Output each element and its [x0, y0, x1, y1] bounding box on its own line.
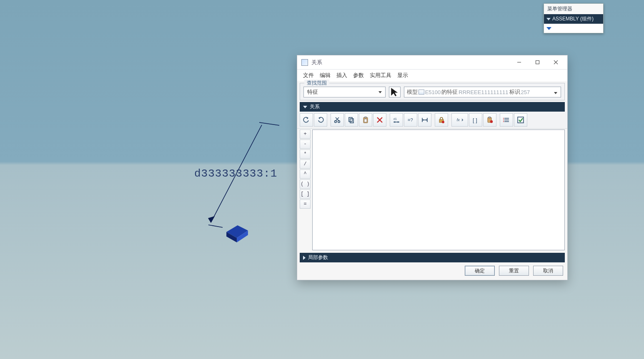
- svg-point-13: [335, 121, 337, 123]
- fx-button[interactable]: fx: [451, 113, 468, 127]
- menu-manager-title: 菜单管理器: [544, 4, 603, 14]
- relations-toolbar: d1 =? fx [ ]: [297, 112, 567, 129]
- chevron-down-icon: [552, 89, 559, 95]
- op-div[interactable]: /: [300, 160, 311, 169]
- svg-text:d1: d1: [393, 117, 397, 120]
- op-minus[interactable]: -: [300, 140, 311, 149]
- undo-button[interactable]: [300, 113, 313, 127]
- scope-mid: 的特征: [441, 88, 458, 96]
- menu-manager-header[interactable]: ASSEMBLY (组件): [544, 14, 603, 24]
- svg-line-3: [208, 225, 223, 227]
- operator-palette: + - * / ^ ( ) [ ] =: [300, 130, 311, 250]
- scope-gray1: E5100: [425, 89, 441, 95]
- minimize-button[interactable]: [510, 56, 528, 69]
- scope-prefix: 模型: [407, 88, 418, 96]
- svg-marker-1: [208, 217, 214, 222]
- maximize-button[interactable]: [528, 56, 546, 69]
- svg-text:[ ]: [ ]: [473, 117, 477, 123]
- reset-button[interactable]: 重置: [499, 266, 529, 276]
- chevron-down-icon: [546, 18, 551, 20]
- svg-rect-20: [365, 117, 366, 118]
- select-pointer-button[interactable]: [389, 87, 401, 97]
- scope-combo-value: 特征: [307, 88, 318, 96]
- dialog-title: 关系: [311, 59, 322, 66]
- svg-text:fx: fx: [457, 118, 460, 122]
- op-bracket[interactable]: [ ]: [300, 189, 311, 199]
- op-plus[interactable]: +: [300, 130, 311, 139]
- dimension-button[interactable]: [418, 113, 431, 127]
- dim-tool-button[interactable]: d1: [390, 113, 403, 127]
- clipboard-badge-button[interactable]: [483, 113, 496, 127]
- svg-line-2: [259, 122, 279, 125]
- menu-manager-row[interactable]: [544, 24, 603, 33]
- menubar: 文件 编辑 插入 参数 实用工具 显示: [297, 70, 567, 81]
- cancel-button[interactable]: 取消: [533, 266, 563, 276]
- svg-rect-46: [518, 117, 524, 123]
- svg-text:=?: =?: [408, 117, 413, 122]
- chevron-right-icon: [303, 256, 306, 260]
- scope-combo[interactable]: 特征: [303, 87, 386, 97]
- delete-button[interactable]: [373, 113, 386, 127]
- menu-manager-panel[interactable]: 菜单管理器 ASSEMBLY (组件): [544, 3, 604, 33]
- scope-legend: 查找范围: [304, 80, 329, 87]
- close-button[interactable]: [546, 56, 565, 69]
- menu-file[interactable]: 文件: [303, 72, 314, 79]
- svg-point-14: [338, 121, 340, 123]
- svg-point-43: [503, 118, 504, 119]
- check-button[interactable]: [514, 113, 527, 127]
- dimension-label: d333333333:1: [194, 167, 277, 180]
- copy-button[interactable]: [345, 113, 358, 127]
- scope-suffix: 标识: [509, 88, 520, 96]
- evaluate-button[interactable]: =?: [404, 113, 417, 127]
- menu-show[interactable]: 显示: [397, 72, 408, 79]
- titlebar[interactable]: 关系: [297, 55, 567, 70]
- op-paren[interactable]: ( ): [300, 180, 311, 189]
- menu-tools[interactable]: 实用工具: [370, 72, 391, 79]
- brackets-button[interactable]: [ ]: [469, 113, 482, 127]
- svg-rect-38: [489, 117, 491, 118]
- svg-point-44: [503, 120, 504, 120]
- svg-rect-18: [350, 119, 353, 123]
- scope-gray3: 257: [521, 89, 530, 95]
- svg-rect-8: [536, 61, 539, 64]
- cut-button[interactable]: [331, 113, 344, 127]
- scope-field[interactable]: 模型 E5100 的特征 RRREEE111111111 标识 257: [404, 87, 561, 97]
- svg-point-45: [503, 121, 504, 122]
- menu-insert[interactable]: 插入: [336, 72, 347, 79]
- model-icon: [418, 90, 424, 95]
- op-pow[interactable]: ^: [300, 170, 311, 179]
- svg-marker-25: [393, 121, 395, 123]
- lock-button[interactable]: [435, 113, 448, 127]
- svg-point-34: [442, 121, 444, 123]
- redo-button[interactable]: [314, 113, 327, 127]
- section-local-params-header[interactable]: 局部参数: [300, 253, 565, 262]
- menu-params[interactable]: 参数: [353, 72, 364, 79]
- op-mult[interactable]: *: [300, 150, 311, 159]
- relations-dialog: 关系 文件 编辑 插入 参数 实用工具 显示 查找范围 特征 模型 E5100: [297, 55, 568, 280]
- triangle-down-icon: [546, 27, 551, 30]
- section-relations-label: 关系: [310, 103, 320, 110]
- section-local-params-label: 局部参数: [308, 254, 328, 261]
- relations-editor[interactable]: [312, 130, 565, 250]
- scope-group: 查找范围 特征 模型 E5100 的特征 RRREEE111111111 标识 …: [300, 83, 565, 100]
- section-relations-header[interactable]: 关系: [300, 102, 565, 112]
- chevron-down-icon: [303, 106, 307, 108]
- ok-button[interactable]: 确定: [465, 266, 495, 276]
- part-box-3d: [223, 222, 252, 242]
- svg-point-39: [490, 120, 493, 123]
- op-equals[interactable]: =: [300, 199, 311, 209]
- svg-rect-21: [364, 119, 367, 122]
- app-icon: [301, 59, 308, 66]
- dialog-button-row: 确定 重置 取消: [297, 262, 567, 280]
- list-button[interactable]: [500, 113, 513, 127]
- svg-rect-17: [349, 117, 352, 122]
- svg-marker-26: [398, 121, 399, 123]
- scope-gray2: RRREEE111111111: [459, 89, 508, 95]
- menu-manager-header-label: ASSEMBLY (组件): [552, 15, 594, 22]
- menu-edit[interactable]: 编辑: [320, 72, 331, 79]
- paste-button[interactable]: [359, 113, 372, 127]
- chevron-down-icon: [377, 89, 383, 95]
